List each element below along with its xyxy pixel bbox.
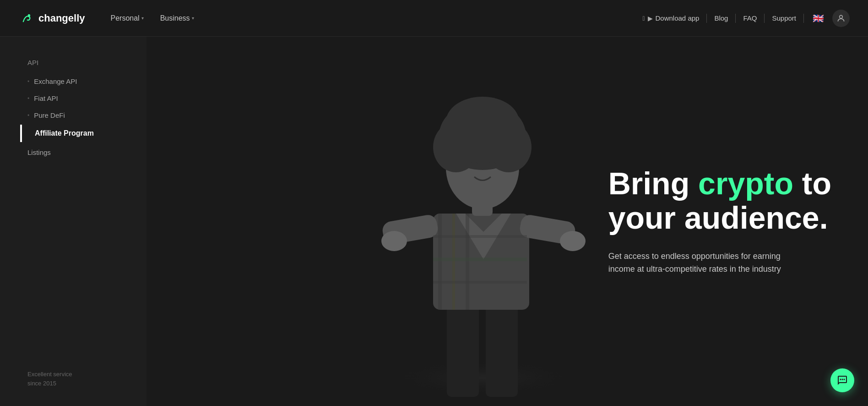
sidebar-footer: Excellent service since 2015 xyxy=(27,370,146,388)
header: changelly Personal ▾ Business ▾  ▶ Down… xyxy=(0,0,868,37)
hero-content: Bring crypto to your audience. Get acces… xyxy=(608,166,831,276)
divider-1 xyxy=(706,14,707,23)
svg-point-27 xyxy=(842,379,843,380)
language-button[interactable]: 🇬🇧 xyxy=(809,10,827,27)
sidebar-api-section: API xyxy=(27,55,146,70)
headline-crypto: crypto xyxy=(698,166,793,201)
faq-link[interactable]: FAQ xyxy=(741,12,759,24)
logo-icon xyxy=(18,10,35,27)
sidebar-item-pure-defi[interactable]: • Pure DeFi xyxy=(27,108,146,123)
dot-icon-2: • xyxy=(27,95,29,102)
sidebar-item-affiliate[interactable]: Affiliate Program xyxy=(27,125,146,142)
blog-link[interactable]: Blog xyxy=(712,12,730,24)
svg-rect-5 xyxy=(486,296,518,397)
svg-point-26 xyxy=(840,379,841,380)
user-account-button[interactable] xyxy=(832,10,850,27)
divider-3 xyxy=(764,14,765,23)
nav-left: Personal ▾ Business ▾ xyxy=(103,11,201,26)
headline-to: to xyxy=(793,166,831,201)
svg-point-19 xyxy=(487,162,496,169)
apple-icon:  xyxy=(642,15,645,22)
dot-icon-1: • xyxy=(27,78,29,85)
chat-icon xyxy=(837,375,848,386)
sidebar: API • Exchange API • Fiat API • Pure DeF… xyxy=(0,37,146,406)
business-chevron: ▾ xyxy=(192,16,194,21)
svg-point-17 xyxy=(446,97,519,147)
main-content: API • Exchange API • Fiat API • Pure DeF… xyxy=(0,37,868,406)
svg-point-11 xyxy=(560,231,586,251)
svg-point-3 xyxy=(392,356,575,392)
nav-business[interactable]: Business ▾ xyxy=(153,11,201,26)
nav-right:  ▶ Download app Blog FAQ Support 🇬🇧 xyxy=(640,10,850,27)
sidebar-item-fiat-api[interactable]: • Fiat API xyxy=(27,91,146,106)
play-icon: ▶ xyxy=(648,15,653,22)
logo[interactable]: changelly xyxy=(18,10,85,27)
hero-section: Bring crypto to your audience. Get acces… xyxy=(146,37,868,406)
nav-personal[interactable]: Personal ▾ xyxy=(103,11,151,26)
svg-rect-4 xyxy=(447,296,479,397)
dot-icon-3: • xyxy=(27,112,29,119)
personal-chevron: ▾ xyxy=(141,16,144,21)
divider-4 xyxy=(803,14,804,23)
headline-bring: Bring xyxy=(608,166,698,201)
sidebar-item-exchange-api[interactable]: • Exchange API xyxy=(27,74,146,89)
user-icon xyxy=(836,14,846,23)
svg-rect-6 xyxy=(433,214,529,310)
active-indicator xyxy=(20,125,22,142)
svg-point-28 xyxy=(844,379,845,380)
divider-2 xyxy=(735,14,736,23)
svg-point-2 xyxy=(840,15,843,18)
hero-headline: Bring crypto to your audience. xyxy=(608,166,831,235)
person-svg xyxy=(364,76,602,406)
headline-line2: your audience. xyxy=(608,200,828,235)
sidebar-nav: API • Exchange API • Fiat API • Pure DeF… xyxy=(27,55,146,161)
hero-subtext: Get access to endless opportunities for … xyxy=(608,250,801,276)
svg-point-18 xyxy=(470,162,479,169)
svg-point-1 xyxy=(28,14,30,16)
svg-point-0 xyxy=(18,10,35,27)
chat-button[interactable] xyxy=(830,368,854,392)
support-link[interactable]: Support xyxy=(770,12,798,24)
hero-person-figure xyxy=(364,76,602,406)
logo-text: changelly xyxy=(38,12,85,24)
svg-point-10 xyxy=(381,231,407,251)
download-app-link[interactable]:  ▶ Download app xyxy=(640,12,701,24)
sidebar-item-listings[interactable]: Listings xyxy=(27,144,146,161)
